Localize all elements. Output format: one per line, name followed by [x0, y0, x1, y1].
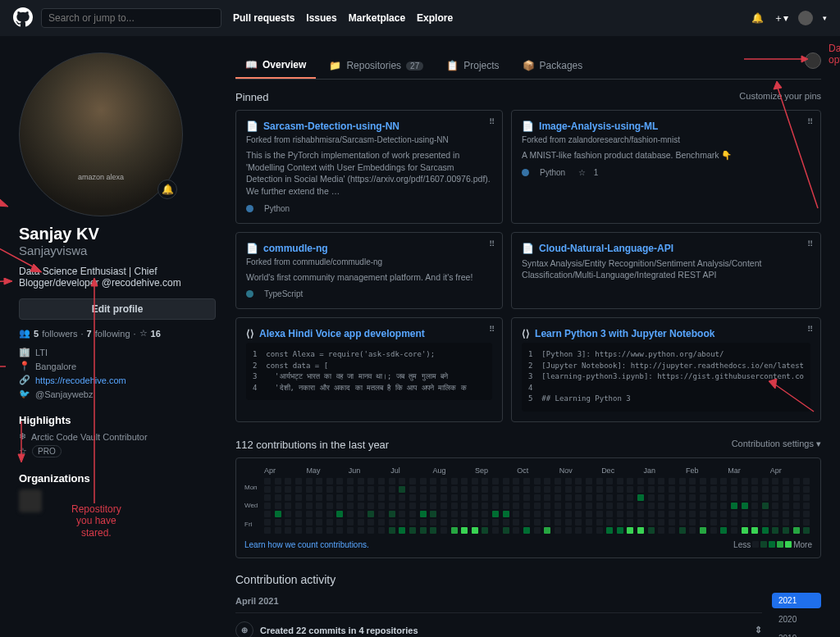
- contribution-cell[interactable]: [336, 478, 343, 485]
- contribution-cell[interactable]: [772, 486, 778, 493]
- drag-handle-icon[interactable]: ⠿: [489, 117, 495, 126]
- contribution-cell[interactable]: [617, 519, 623, 526]
- contribution-cell[interactable]: [492, 527, 499, 534]
- contribution-cell[interactable]: [742, 478, 748, 485]
- contribution-cell[interactable]: [720, 478, 727, 485]
- contribution-cell[interactable]: [783, 486, 789, 493]
- contribution-cell[interactable]: [409, 511, 416, 517]
- contribution-cell[interactable]: [316, 494, 322, 501]
- contribution-cell[interactable]: [389, 494, 395, 501]
- contribution-cell[interactable]: [575, 486, 582, 493]
- contribution-cell[interactable]: [617, 527, 623, 534]
- contribution-cell[interactable]: [285, 486, 291, 493]
- contribution-cell[interactable]: [482, 494, 488, 501]
- contribution-cell[interactable]: [492, 511, 499, 517]
- contribution-cell[interactable]: [513, 494, 519, 501]
- contribution-cell[interactable]: [793, 511, 800, 517]
- contribution-cell[interactable]: [451, 494, 458, 501]
- contribution-cell[interactable]: [648, 478, 655, 485]
- customize-pins-link[interactable]: Customize your pins: [739, 91, 821, 103]
- contribution-cell[interactable]: [772, 503, 778, 509]
- contribution-cell[interactable]: [648, 527, 655, 534]
- year-filter-item[interactable]: 2019: [772, 630, 821, 637]
- contribution-cell[interactable]: [762, 503, 769, 509]
- contribution-cell[interactable]: [264, 486, 271, 493]
- contribution-cell[interactable]: [482, 519, 488, 526]
- contribution-cell[interactable]: [565, 494, 572, 501]
- contribution-cell[interactable]: [751, 494, 758, 501]
- contribution-cell[interactable]: [534, 519, 541, 526]
- tab-repositories[interactable]: 📁Repositories27: [319, 52, 433, 79]
- contribution-cell[interactable]: [742, 486, 748, 493]
- contribution-cell[interactable]: [389, 478, 395, 485]
- contribution-cell[interactable]: [669, 519, 675, 526]
- contribution-cell[interactable]: [803, 478, 810, 485]
- gist-link[interactable]: Learn Python 3 with Jupyter Notebook: [535, 328, 714, 339]
- contribution-cell[interactable]: [710, 494, 717, 501]
- contribution-cell[interactable]: [358, 494, 364, 501]
- contribution-cell[interactable]: [368, 494, 374, 501]
- contribution-cell[interactable]: [378, 527, 385, 534]
- contribution-cell[interactable]: [461, 503, 468, 509]
- contribution-cell[interactable]: [617, 494, 623, 501]
- contribution-cell[interactable]: [441, 486, 447, 493]
- contribution-cell[interactable]: [461, 494, 468, 501]
- contribution-cell[interactable]: [762, 519, 769, 526]
- contribution-cell[interactable]: [555, 519, 561, 526]
- contribution-cell[interactable]: [762, 478, 769, 485]
- contribution-cell[interactable]: [700, 527, 706, 534]
- contribution-cell[interactable]: [700, 478, 706, 485]
- contribution-cell[interactable]: [389, 527, 395, 534]
- nav-marketplace[interactable]: Marketplace: [349, 12, 405, 24]
- contribution-cell[interactable]: [627, 486, 633, 493]
- contribution-cell[interactable]: [523, 486, 530, 493]
- contribution-cell[interactable]: [358, 519, 364, 526]
- contribution-cell[interactable]: [710, 511, 717, 517]
- organization-avatar[interactable]: [19, 489, 42, 512]
- contribution-cell[interactable]: [347, 478, 354, 485]
- contribution-cell[interactable]: [555, 494, 561, 501]
- contribution-cell[interactable]: [378, 503, 385, 509]
- tab-packages[interactable]: 📦Packages: [513, 52, 593, 79]
- contribution-cell[interactable]: [441, 527, 447, 534]
- contribution-cell[interactable]: [720, 527, 727, 534]
- contribution-cell[interactable]: [399, 511, 405, 517]
- contribution-cell[interactable]: [358, 527, 364, 534]
- contribution-cell[interactable]: [306, 527, 313, 534]
- contribution-cell[interactable]: [368, 519, 374, 526]
- contribution-cell[interactable]: [586, 503, 592, 509]
- contribution-cell[interactable]: [409, 486, 416, 493]
- contribution-cell[interactable]: [544, 478, 550, 485]
- contribution-cell[interactable]: [555, 486, 561, 493]
- contribution-cell[interactable]: [316, 519, 322, 526]
- contribution-cell[interactable]: [264, 494, 271, 501]
- contribution-cell[interactable]: [689, 527, 696, 534]
- contribution-cell[interactable]: [617, 503, 623, 509]
- contribution-cell[interactable]: [679, 494, 686, 501]
- contribution-cell[interactable]: [783, 503, 789, 509]
- contribution-cell[interactable]: [742, 494, 748, 501]
- contribution-cell[interactable]: [409, 519, 416, 526]
- contribution-cell[interactable]: [648, 519, 655, 526]
- contribution-cell[interactable]: [710, 503, 717, 509]
- contribution-cell[interactable]: [316, 486, 322, 493]
- contribution-cell[interactable]: [316, 503, 322, 509]
- contribution-cell[interactable]: [575, 519, 582, 526]
- contribution-cell[interactable]: [751, 478, 758, 485]
- contribution-cell[interactable]: [669, 494, 675, 501]
- contribution-cell[interactable]: [378, 511, 385, 517]
- contribution-cell[interactable]: [430, 486, 436, 493]
- contribution-cell[interactable]: [565, 511, 572, 517]
- contribution-cell[interactable]: [347, 494, 354, 501]
- contribution-cell[interactable]: [627, 519, 633, 526]
- contribution-cell[interactable]: [783, 494, 789, 501]
- contribution-cell[interactable]: [285, 519, 291, 526]
- contribution-cell[interactable]: [378, 494, 385, 501]
- contribution-cell[interactable]: [264, 478, 271, 485]
- contribution-cell[interactable]: [731, 519, 737, 526]
- contribution-cell[interactable]: [316, 527, 322, 534]
- contribution-cell[interactable]: [544, 527, 550, 534]
- contribution-cell[interactable]: [430, 519, 436, 526]
- contribution-cell[interactable]: [451, 511, 458, 517]
- contribution-cell[interactable]: [565, 527, 572, 534]
